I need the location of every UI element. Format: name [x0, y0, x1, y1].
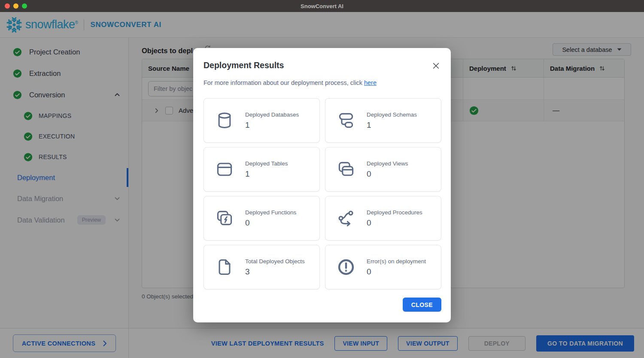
card-deployed-databases: Deployed Databases 1 [204, 98, 320, 143]
card-deployed-procedures: Deployed Procedures 0 [325, 196, 441, 241]
database-icon [215, 111, 235, 130]
app-window: SnowConvert AI snowflake® [0, 0, 644, 358]
schema-icon [337, 111, 356, 130]
card-deployed-tables: Deployed Tables 1 [204, 147, 320, 192]
table-icon [215, 159, 235, 179]
card-total-deployed-objects: Total Deployed Objects 3 [204, 245, 320, 289]
card-label: Deployed Procedures [367, 209, 422, 216]
card-label: Total Deployed Objects [245, 258, 305, 265]
deployment-results-modal: Deployment Results For more information … [193, 48, 451, 322]
file-icon [215, 257, 235, 277]
card-label: Deployed Databases [245, 111, 299, 118]
card-deployed-functions: Deployed Functions 0 [204, 196, 320, 241]
card-value: 1 [367, 120, 417, 130]
minimize-window-icon[interactable] [13, 3, 18, 9]
card-value: 0 [245, 218, 296, 228]
card-value: 0 [367, 218, 422, 228]
error-icon [337, 257, 356, 277]
card-deployed-schemas: Deployed Schemas 1 [325, 98, 441, 143]
window-title: SnowConvert AI [301, 3, 343, 9]
card-label: Deployed Views [367, 160, 408, 167]
macos-titlebar: SnowConvert AI [0, 0, 644, 12]
card-value: 1 [245, 169, 288, 179]
close-window-icon[interactable] [5, 3, 10, 9]
here-link[interactable]: here [364, 79, 377, 86]
card-label: Deployed Tables [245, 160, 288, 167]
card-value: 0 [367, 267, 426, 277]
maximize-window-icon[interactable] [22, 3, 27, 9]
card-value: 0 [367, 169, 408, 179]
modal-close-button[interactable]: CLOSE [403, 298, 441, 312]
card-value: 3 [245, 267, 305, 277]
functions-icon [215, 208, 235, 228]
card-deployed-views: Deployed Views 0 [325, 147, 441, 192]
modal-info-text: For more information about our deploymen… [204, 78, 441, 87]
card-errors-on-deployment: Error(s) on deployment 0 [325, 245, 441, 289]
card-label: Deployed Schemas [367, 111, 417, 118]
results-cards-grid: Deployed Databases 1 Deployed Schemas 1 [204, 98, 441, 289]
card-label: Deployed Functions [245, 209, 296, 216]
card-value: 1 [245, 120, 299, 130]
procedures-icon [337, 208, 356, 228]
card-label: Error(s) on deployment [367, 258, 426, 265]
modal-title: Deployment Results [204, 60, 441, 71]
views-icon [337, 159, 356, 179]
close-icon[interactable] [431, 61, 440, 70]
